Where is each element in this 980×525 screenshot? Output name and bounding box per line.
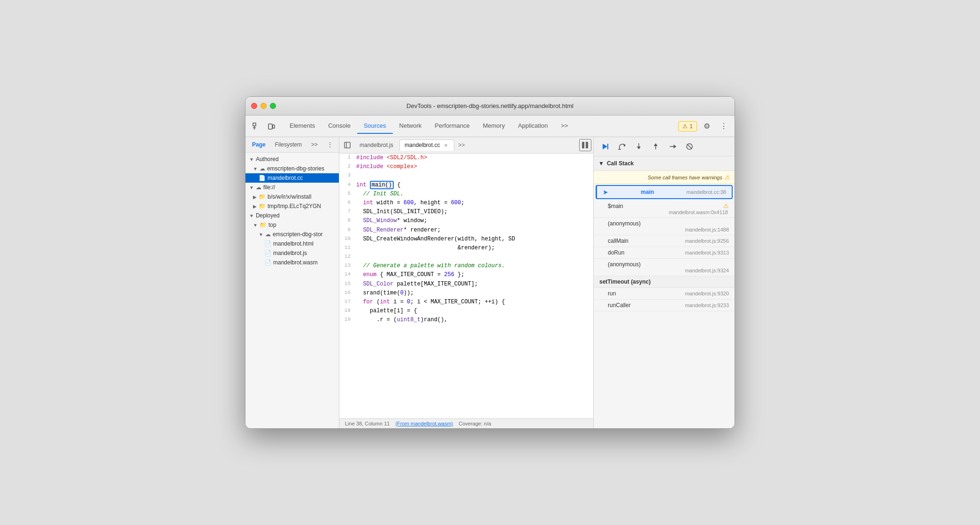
arrow-icon: ▼ [249, 157, 254, 162]
tab-elements[interactable]: Elements [283, 118, 322, 134]
call-frame-anonymous-2[interactable]: (anonymous) mandelbrot.js:9324 [594, 259, 735, 276]
tree-item-emscripten-deployed[interactable]: ▼ ☁ emscripten-dbg-stor [245, 230, 339, 239]
tree-item-emscripten-authored[interactable]: ▼ ☁ emscripten-dbg-stories [245, 164, 339, 173]
more-options-icon[interactable]: ⋮ [717, 119, 731, 133]
frame-name: callMain [608, 238, 628, 244]
call-frame-dollar-main[interactable]: $main ⚠ mandelbrot.wasm:0x4118 [594, 200, 735, 218]
tab-performance[interactable]: Performance [428, 118, 476, 134]
inspect-element-icon[interactable] [249, 119, 263, 133]
active-frame-arrow-icon: ➤ [603, 188, 608, 196]
line-number: 9 [339, 226, 356, 234]
frame-location: mandelbrot.js:9320 [685, 291, 729, 296]
editor-tab-mandelbrot-cc[interactable]: mandelbrot.cc ✕ [399, 139, 454, 151]
svg-rect-4 [273, 125, 275, 128]
call-stack-label: Call Stack [607, 160, 634, 167]
frame-row: runCaller mandelbrot.js:9233 [599, 302, 729, 309]
editor-tabs: mandelbrot.js mandelbrot.cc ✕ >> [339, 137, 593, 154]
tree-item-mandelbrot-html[interactable]: 📄 mandelbrot.html [245, 239, 339, 248]
top-toolbar: Elements Console Sources Network Perform… [245, 116, 735, 137]
code-line: 6 int width = 600, height = 600; [339, 199, 593, 208]
line-number: 10 [339, 235, 356, 243]
resume-icon[interactable] [598, 140, 612, 153]
tree-item-mandelbrot-wasm[interactable]: 📄 mandelbrot.wasm [245, 258, 339, 267]
line-number: 1 [339, 154, 356, 162]
frame-name: main [641, 189, 654, 195]
call-frame-dorun[interactable]: doRun mandelbrot.js:9313 [594, 247, 735, 259]
settings-icon[interactable]: ⚙ [700, 119, 714, 133]
tree-label: b/s/w/ir/x/w/install [268, 193, 311, 200]
tree-item-tmp[interactable]: ▶ 📁 tmp/tmp.ELcTq2YGN [245, 201, 339, 211]
code-line: 9 SDL_Renderer* renderer; [339, 226, 593, 235]
file-js-icon: 📄 [264, 250, 271, 256]
tab-application[interactable]: Application [512, 118, 555, 134]
editor-toggle-btn[interactable] [341, 139, 353, 151]
arrow-icon: ▼ [249, 213, 254, 218]
frame-location: mandelbrot.js:9233 [685, 302, 729, 308]
code-line: 19 .r = (uint8_t)rand(), [339, 316, 593, 324]
code-editor[interactable]: 1 #include <SDL2/SDL.h> 2 #include <comp… [339, 154, 593, 418]
call-stack-header[interactable]: ▼ Call Stack [594, 156, 735, 171]
tab-network[interactable]: Network [393, 118, 429, 134]
line-content [356, 171, 593, 180]
tab-more-button[interactable]: >> [455, 142, 467, 148]
call-frame-run[interactable]: run mandelbrot.js:9320 [594, 288, 735, 300]
tree-item-authored[interactable]: ▼ Authored [245, 154, 339, 164]
call-frame-runcaller[interactable]: runCaller mandelbrot.js:9233 [594, 300, 735, 311]
close-button[interactable] [251, 103, 257, 109]
frame-location: mandelbrot.js:9256 [685, 238, 729, 244]
maximize-button[interactable] [270, 103, 276, 109]
code-line: 17 for (int i = 0; i < MAX_ITER_COUNT; +… [339, 298, 593, 307]
tab-page[interactable]: Page [249, 140, 268, 149]
tree-item-mandelbrot-js[interactable]: 📄 mandelbrot.js [245, 248, 339, 258]
step-over-icon[interactable] [615, 140, 628, 153]
svg-marker-17 [654, 143, 658, 146]
tree-item-deployed[interactable]: ▼ Deployed [245, 211, 339, 220]
tab-console[interactable]: Console [322, 118, 357, 134]
tree-item-mandelbrot-cc[interactable]: 📄 mandelbrot.cc [245, 173, 339, 183]
line-number: 19 [339, 316, 356, 324]
source-info: (From mandelbrot.wasm) [395, 421, 453, 426]
tab-more[interactable]: >> [554, 118, 574, 134]
chevron-down-icon: ▼ [598, 160, 604, 167]
svg-rect-3 [268, 124, 272, 129]
warning-badge[interactable]: ⚠ 1 [678, 121, 697, 131]
device-toolbar-icon[interactable] [264, 119, 278, 133]
file-panel-more[interactable]: ⋮ [324, 140, 336, 149]
line-content: SDL_Renderer* renderer; [356, 226, 593, 235]
step-into-icon[interactable] [632, 140, 645, 153]
tree-item-file[interactable]: ▼ ☁ file:// [245, 183, 339, 192]
tab-filesystem[interactable]: Filesystem [272, 140, 305, 149]
line-content: srand(time(0)); [356, 289, 593, 298]
tab-more-files[interactable]: >> [308, 140, 321, 149]
minimize-button[interactable] [260, 103, 267, 109]
step-out-icon[interactable] [649, 140, 662, 153]
line-content: int width = 600, height = 600; [356, 199, 593, 208]
call-frame-callmain[interactable]: callMain mandelbrot.js:9256 [594, 235, 735, 247]
call-stack-warning: Some call frames have warnings ⚠ [594, 171, 735, 184]
arrow-icon: ▶ [253, 194, 257, 200]
tab-sources[interactable]: Sources [357, 118, 393, 134]
line-number: 7 [339, 208, 356, 216]
warning-text: Some call frames have warnings [648, 175, 722, 180]
deactivate-breakpoints-icon[interactable] [683, 140, 696, 153]
tree-label: file:// [263, 184, 275, 191]
close-tab-icon[interactable]: ✕ [443, 142, 449, 148]
editor-tab-mandelbrot-js[interactable]: mandelbrot.js [354, 139, 398, 151]
call-frame-anonymous-1[interactable]: (anonymous) mandelbrot.js:1488 [594, 218, 735, 235]
line-number: 4 [339, 181, 356, 189]
debug-panel: ▼ Call Stack Some call frames have warni… [594, 137, 735, 428]
code-line: 5 // Init SDL. [339, 190, 593, 199]
tree-item-install[interactable]: ▶ 📁 b/s/w/ir/x/w/install [245, 192, 339, 201]
svg-marker-15 [637, 147, 641, 149]
tab-memory[interactable]: Memory [476, 118, 512, 134]
tree-label: Authored [256, 156, 279, 162]
tree-item-top[interactable]: ▼ 📁 top [245, 220, 339, 230]
run-snippet-icon[interactable] [579, 139, 591, 151]
code-line: 3 [339, 171, 593, 180]
svg-rect-5 [345, 142, 350, 148]
warning-triangle-icon: ⚠ [724, 174, 730, 181]
step-icon[interactable] [666, 140, 679, 153]
line-content: #include <complex> [356, 162, 593, 171]
call-frame-main[interactable]: ➤ main mandelbrot.cc:38 [596, 185, 733, 199]
tree-label: mandelbrot.wasm [273, 259, 318, 266]
